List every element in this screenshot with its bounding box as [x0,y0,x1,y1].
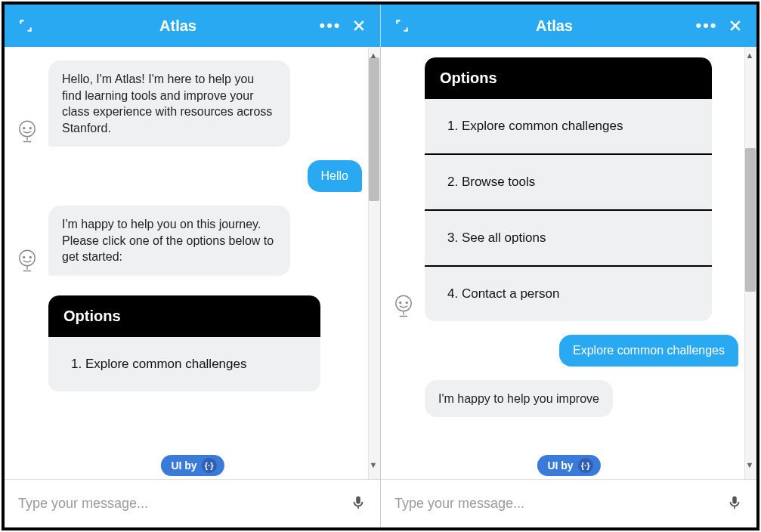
svg-point-4 [23,256,25,258]
svg-point-2 [29,128,31,129]
user-message-row: Hello [12,160,362,192]
scrollbar-thumb[interactable] [369,57,379,201]
svg-point-6 [396,295,411,311]
bot-avatar-icon [14,247,40,276]
option-item[interactable]: 1. Explore common challenges [48,337,320,391]
bot-avatar-icon [391,292,416,321]
scrollbar-thumb[interactable] [745,148,756,292]
input-row [5,479,380,527]
ui-by-label: UI by [171,459,196,472]
ui-by-logo-icon: {·} [202,458,217,473]
chat-header: Atlas ••• [5,5,380,47]
user-message: Explore common challenges [559,335,738,367]
user-message: Hello [308,160,362,192]
bot-message: Hello, I'm Atlas! I'm here to help you f… [48,60,290,147]
chat-panel-left: Atlas ••• ▲ ▼ Hello, I' [5,5,381,527]
mic-icon[interactable] [726,494,743,514]
svg-point-8 [406,302,407,304]
close-icon[interactable] [726,17,744,35]
options-header: Options [48,295,320,337]
scroll-up-icon[interactable]: ▲ [744,50,755,60]
svg-point-0 [20,122,35,137]
svg-point-1 [23,128,25,129]
option-item[interactable]: 4. Contact a person [425,267,712,321]
bot-message: I'm happy to help you improve [425,380,613,418]
message-input[interactable] [394,496,717,512]
option-item[interactable]: 1. Explore common challenges [425,99,712,155]
chat-body[interactable]: Hello, I'm Atlas! I'm here to help you f… [5,47,380,479]
ui-by-badge[interactable]: UI by {·} [160,455,224,476]
message-input[interactable] [18,496,341,512]
bot-message-row: I'm happy to help you improve [388,380,738,418]
bot-message: I'm happy to help you on this journey. P… [48,206,290,276]
scroll-down-icon[interactable]: ▼ [744,459,755,470]
chat-title: Atlas [411,17,698,35]
options-row: Options 1. Explore common challenges [12,289,362,391]
input-row [381,479,756,527]
close-icon[interactable] [350,17,368,35]
more-icon[interactable]: ••• [321,17,339,35]
chat-body[interactable]: Options 1. Explore common challenges 2. … [381,47,756,479]
scroll-down-icon[interactable]: ▼ [368,459,379,470]
chat-title: Atlas [35,17,321,35]
options-card: Options 1. Explore common challenges 2. … [425,57,712,321]
ui-by-badge[interactable]: UI by {·} [537,455,600,476]
option-item[interactable]: 3. See all options [425,211,712,267]
svg-point-5 [29,256,31,258]
ui-by-logo-icon: {·} [578,458,593,473]
user-message-row: Explore common challenges [388,335,738,367]
bot-avatar-icon [14,118,40,147]
ui-by-label: UI by [547,459,573,472]
bot-message-row: Hello, I'm Atlas! I'm here to help you f… [12,60,362,147]
bot-message-row: I'm happy to help you on this journey. P… [12,206,362,276]
svg-point-3 [20,250,35,265]
option-item[interactable]: 2. Browse tools [425,155,712,211]
options-header: Options [425,57,712,99]
mic-icon[interactable] [350,494,367,514]
svg-point-7 [400,302,401,304]
options-card: Options 1. Explore common challenges [48,295,320,391]
expand-icon[interactable] [17,17,35,35]
scroll-up-icon[interactable]: ▲ [368,50,379,60]
expand-icon[interactable] [393,17,411,35]
app-frame: Atlas ••• ▲ ▼ Hello, I' [2,2,759,530]
options-row: Options 1. Explore common challenges 2. … [388,51,738,321]
chat-panel-right: Atlas ••• ▲ ▼ [381,5,756,527]
chat-header: Atlas ••• [381,5,756,47]
more-icon[interactable]: ••• [698,17,716,35]
